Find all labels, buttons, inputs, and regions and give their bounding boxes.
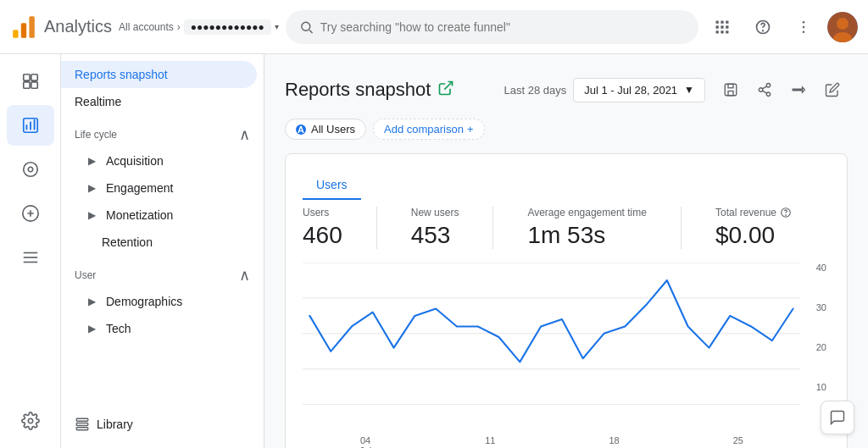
sidebar-icon-settings[interactable] — [7, 401, 54, 441]
svg-rect-36 — [76, 418, 88, 421]
x-label-11: 11 — [485, 435, 495, 448]
header-right: Last 28 days Jul 1 - Jul 28, 2021 ▼ — [504, 75, 848, 105]
sidebar-icon-advertising[interactable] — [7, 193, 54, 234]
nav-engagement-label: Engagement — [106, 181, 173, 195]
share-icon — [757, 82, 772, 97]
svg-point-30 — [23, 163, 37, 177]
nav-retention[interactable]: Retention — [61, 229, 257, 256]
svg-point-16 — [803, 20, 805, 23]
sidebar-icon-reports[interactable] — [7, 105, 54, 146]
y-label-30: 30 — [804, 302, 826, 312]
account-chevron-icon: ▾ — [275, 22, 279, 31]
logo: Analytics — [10, 14, 112, 41]
add-comparison-button[interactable]: Add comparison + — [373, 119, 485, 140]
svg-rect-41 — [728, 84, 733, 88]
search-bar[interactable] — [286, 10, 698, 44]
sidebar-icon-configure[interactable] — [7, 237, 54, 278]
sidebar-bottom — [7, 394, 54, 441]
main-content: Reports snapshot Last 28 days Jul 1 - Ju… — [264, 54, 868, 448]
edit-icon — [825, 82, 840, 97]
all-users-segment[interactable]: A All Users — [285, 119, 366, 140]
feedback-icon — [829, 409, 846, 426]
svg-rect-25 — [31, 82, 36, 88]
save-report-button[interactable] — [715, 75, 746, 105]
user-avatar[interactable] — [827, 12, 858, 42]
chart-area: 40 30 20 10 0 — [303, 263, 830, 432]
stats-row: Users 460 New users 453 Average engageme… — [303, 207, 830, 249]
acquisition-expand-icon: ▶ — [88, 155, 96, 167]
more-options-button[interactable] — [787, 10, 821, 44]
nav-tech[interactable]: ▶ Tech — [61, 315, 257, 342]
help-button[interactable] — [746, 10, 780, 44]
search-input[interactable] — [320, 20, 685, 34]
lifecycle-toggle-icon[interactable]: ∧ — [239, 125, 250, 144]
y-label-20: 20 — [804, 342, 826, 352]
avatar-image — [827, 12, 858, 42]
nav-user-label: User — [75, 269, 96, 281]
date-selector[interactable]: Last 28 days Jul 1 - Jul 28, 2021 ▼ — [504, 78, 705, 102]
tech-expand-icon: ▶ — [88, 323, 96, 335]
svg-point-20 — [837, 18, 849, 30]
svg-rect-40 — [725, 84, 737, 96]
x-label-18: 18 — [609, 435, 619, 448]
engagement-stat: Average engagement time 1m 53s — [527, 207, 647, 249]
svg-rect-8 — [716, 25, 719, 28]
stat-divider-2 — [492, 207, 493, 249]
segment-label: All Users — [311, 123, 355, 136]
advertising-icon — [21, 204, 40, 223]
settings-icon — [21, 412, 40, 430]
nav-monetization[interactable]: ▶ Monetization — [61, 202, 257, 229]
library-label: Library — [97, 418, 133, 431]
feedback-button[interactable] — [821, 401, 854, 434]
users-stat: Users 460 — [303, 207, 342, 249]
svg-line-46 — [762, 91, 766, 93]
engagement-expand-icon: ▶ — [88, 182, 96, 194]
svg-rect-0 — [13, 30, 18, 38]
svg-point-31 — [28, 167, 33, 172]
nav-library[interactable]: Library — [61, 410, 264, 439]
svg-rect-1 — [21, 23, 26, 38]
date-range-picker[interactable]: Jul 1 - Jul 28, 2021 ▼ — [573, 78, 705, 102]
users-label: Users — [303, 207, 342, 218]
new-users-value: 453 — [411, 222, 459, 249]
sidebar-icon-explore[interactable] — [7, 149, 54, 190]
apps-button[interactable] — [705, 10, 739, 44]
nav-retention-label: Retention — [88, 235, 153, 249]
date-chevron-icon: ▼ — [684, 84, 694, 96]
stat-divider-3 — [681, 207, 682, 249]
home-icon — [21, 72, 40, 91]
svg-rect-22 — [23, 75, 29, 80]
compare-button[interactable] — [783, 75, 814, 105]
nav-realtime[interactable]: Realtime — [61, 88, 257, 115]
segment-indicator: A — [296, 124, 306, 135]
engagement-label: Average engagement time — [527, 207, 647, 218]
account-selector[interactable]: All accounts › ●●●●●●●●●●●● ▾ — [119, 19, 279, 35]
y-label-40: 40 — [804, 263, 826, 273]
add-icon: + — [467, 123, 474, 136]
user-toggle-icon[interactable]: ∧ — [239, 266, 250, 285]
app-title: Analytics — [44, 17, 112, 36]
save-icon — [723, 82, 738, 97]
topbar-actions — [705, 10, 858, 44]
configure-icon — [21, 248, 40, 267]
add-comparison-label: Add comparison — [384, 123, 464, 136]
svg-point-18 — [803, 30, 805, 33]
page-header: Reports snapshot Last 28 days Jul 1 - Ju… — [285, 75, 848, 105]
accounts-label: All accounts — [119, 21, 174, 33]
x-label-25: 25 — [733, 435, 743, 448]
nav-acquisition[interactable]: ▶ Acquisition — [61, 147, 257, 174]
users-tab[interactable]: Users — [303, 171, 361, 200]
title-link-icon — [437, 80, 454, 100]
nav-reports-snapshot[interactable]: Reports snapshot — [61, 61, 257, 88]
edit-button[interactable] — [817, 75, 848, 105]
share-button[interactable] — [749, 75, 780, 105]
apps-icon — [714, 19, 731, 36]
sidebar-icon-home[interactable] — [7, 61, 54, 102]
nav-demographics[interactable]: ▶ Demographics — [61, 288, 257, 315]
nav-lifecycle-section: Life cycle ∧ — [61, 115, 264, 147]
svg-rect-42 — [728, 91, 733, 96]
svg-point-3 — [302, 22, 310, 30]
svg-rect-24 — [23, 82, 29, 88]
nav-engagement[interactable]: ▶ Engagement — [61, 174, 257, 202]
svg-point-45 — [766, 92, 771, 97]
